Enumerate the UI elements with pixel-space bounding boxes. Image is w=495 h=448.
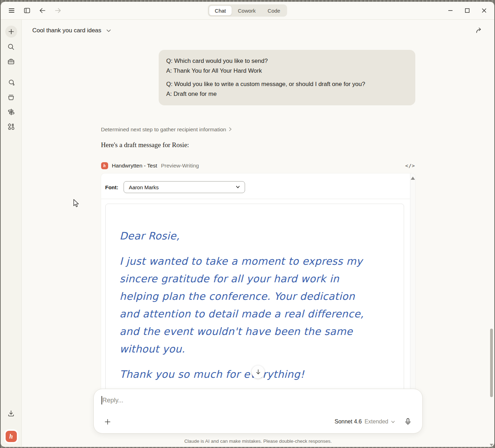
- forward-button[interactable]: [52, 5, 64, 17]
- download-icon[interactable]: [5, 407, 18, 420]
- scroll-to-bottom-button[interactable]: [252, 365, 265, 378]
- chevron-down-icon: [236, 185, 240, 190]
- app-window: Chat Cowork Code: [1, 2, 494, 447]
- hamburger-menu-icon[interactable]: [6, 5, 18, 17]
- projects-icon[interactable]: [5, 55, 18, 68]
- sidebar: h: [1, 20, 22, 447]
- sidebar-toggle-icon[interactable]: [21, 5, 33, 17]
- skills-icon[interactable]: [5, 106, 18, 118]
- chats-icon[interactable]: [5, 76, 18, 89]
- reply-placeholder: Reply...: [103, 397, 124, 404]
- scrollbar-down-arrow[interactable]: [490, 444, 493, 446]
- tool-preview-panel: Font: Aaron Marks Dear Rosie, I just w: [101, 173, 415, 389]
- share-icon[interactable]: [473, 25, 485, 37]
- font-select-value: Aaron Marks: [129, 184, 159, 190]
- thinking-summary-toggle[interactable]: Determined next step to gather recipient…: [101, 126, 415, 133]
- thinking-summary-text: Determined next step to gather recipient…: [101, 126, 226, 133]
- main-area: Cool thank you card ideas Q: Which: [22, 20, 494, 447]
- user-message-line: Q: Which card would you like to send?: [166, 58, 268, 64]
- text-cursor: [101, 396, 102, 404]
- mode-tabs: Chat Cowork Code: [208, 5, 287, 17]
- scroll-up-icon[interactable]: [411, 177, 415, 180]
- model-name: Sonnet 4.6: [335, 419, 362, 425]
- divider: [101, 199, 410, 199]
- user-message-bubble: Q: Which card would you like to send? A:…: [159, 50, 415, 105]
- microphone-icon[interactable]: [402, 416, 414, 428]
- font-label: Font:: [105, 184, 118, 190]
- note-greeting: Dear Rosie,: [120, 227, 376, 245]
- back-button[interactable]: [37, 5, 48, 17]
- search-icon[interactable]: [5, 40, 18, 53]
- chat-header: Cool thank you card ideas: [22, 20, 494, 41]
- connectors-icon[interactable]: [5, 120, 18, 133]
- attach-button[interactable]: [101, 416, 113, 428]
- tool-app-name: Handwrytten - Test: [112, 163, 157, 169]
- handwrytten-app-icon: h: [101, 162, 108, 169]
- reply-composer: Reply... Sonnet 4.6 Extended: [93, 389, 423, 434]
- note-closing: Thank you so much for everything!: [120, 365, 376, 383]
- chevron-down-icon: [391, 419, 395, 425]
- ai-disclaimer: Claude is AI and can make mistakes. Plea…: [22, 439, 494, 444]
- minimize-button[interactable]: [445, 5, 456, 16]
- tab-chat[interactable]: Chat: [209, 6, 232, 16]
- reply-input[interactable]: Reply...: [101, 396, 414, 404]
- page-title: Cool thank you card ideas: [32, 27, 101, 34]
- artifacts-icon[interactable]: [5, 91, 18, 104]
- close-button[interactable]: [479, 5, 489, 16]
- user-message-line: A: Thank You for All Your Hard Work: [166, 67, 262, 74]
- conversation-title-dropdown[interactable]: Cool thank you card ideas: [32, 27, 111, 34]
- chevron-down-icon: [106, 27, 111, 34]
- handwrytten-workspace-logo[interactable]: h: [6, 431, 17, 442]
- model-mode: Extended: [364, 419, 388, 425]
- chevron-right-icon: [229, 126, 232, 133]
- assistant-message-text: Here's a draft message for Rosie:: [101, 141, 415, 149]
- user-message-line: A: Draft one for me: [166, 91, 217, 97]
- tool-action-label: Preview-Writing: [161, 163, 199, 169]
- maximize-button[interactable]: [462, 5, 473, 16]
- preview-scrollbar[interactable]: [410, 173, 415, 389]
- code-view-icon[interactable]: </>: [405, 163, 415, 169]
- handwritten-note-preview: Dear Rosie, I just wanted to take a mome…: [105, 204, 404, 389]
- scrollbar-thumb[interactable]: [490, 329, 493, 397]
- model-selector[interactable]: Sonnet 4.6 Extended: [335, 419, 395, 425]
- user-message-line: Q: Would you like to write a custom mess…: [166, 81, 365, 87]
- note-body: I just wanted to take a moment to expres…: [120, 252, 376, 358]
- font-select[interactable]: Aaron Marks: [124, 181, 245, 193]
- top-bar: Chat Cowork Code: [1, 2, 494, 20]
- new-chat-button[interactable]: [5, 26, 17, 38]
- tool-call-header[interactable]: h Handwrytten - Test Preview-Writing </>: [101, 162, 415, 169]
- tab-code[interactable]: Code: [262, 6, 286, 16]
- tab-cowork[interactable]: Cowork: [232, 6, 262, 16]
